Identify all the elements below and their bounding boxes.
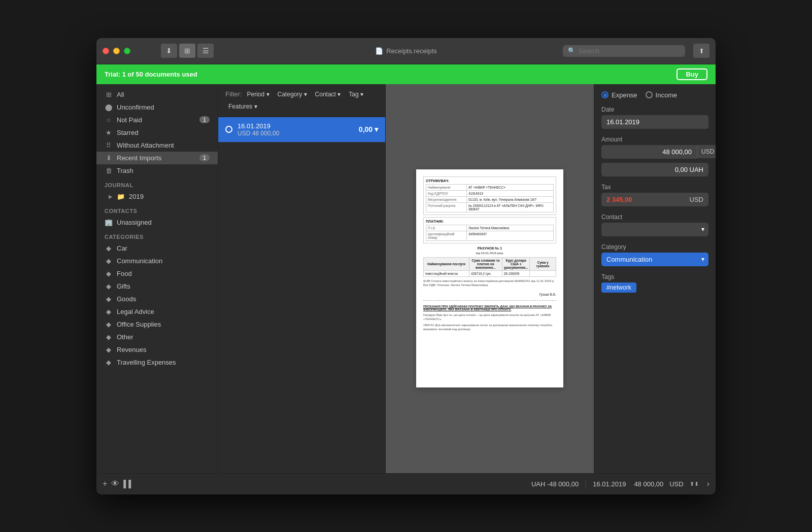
- tag-network[interactable]: #network: [601, 282, 636, 293]
- sidebar-item-recent-imports[interactable]: ⬇ Recent Imports 1: [96, 152, 218, 164]
- chart-icon[interactable]: ▌▌: [123, 480, 133, 488]
- receipt-amount-right: 0,00 ▾: [359, 125, 378, 133]
- sidebar-item-all[interactable]: ⊞ All: [96, 88, 218, 101]
- table-cell: Інвестиційний внесок: [424, 271, 469, 277]
- sidebar-item-unassigned[interactable]: 🏢 Unassigned: [96, 216, 218, 229]
- sidebar-label-trash: Trash: [117, 167, 133, 174]
- doc-payer-header: ПЛАТНИК:: [426, 220, 554, 223]
- filter-category[interactable]: Category ▾: [275, 89, 310, 99]
- add-icon[interactable]: +: [103, 479, 107, 488]
- sidebar-item-legal-advice[interactable]: ◆ Legal Advice: [96, 305, 218, 318]
- trial-banner: Trial: 1 of 50 documents used Buy: [96, 64, 716, 84]
- income-radio-circle: [646, 91, 653, 98]
- filter-period[interactable]: Period ▾: [244, 89, 273, 99]
- receipt-main-amount: 0,00 ▾: [359, 125, 378, 133]
- sidebar-item-revenues[interactable]: ◆ Revenues: [96, 343, 218, 356]
- date-input[interactable]: [601, 115, 708, 129]
- sidebar-item-2019[interactable]: ▶ 📁 2019: [96, 190, 218, 203]
- filter-contact[interactable]: Contact ▾: [312, 89, 344, 99]
- sidebar-item-car[interactable]: ◆ Car: [96, 242, 218, 255]
- eye-icon[interactable]: 👁: [111, 479, 119, 488]
- col-header: Курс долара США з урахуванням...: [502, 258, 530, 271]
- doc-notice-2: Нагадую Вам про те, що дата оплати – це …: [423, 313, 556, 322]
- doc-label: Поточний рахунок: [426, 203, 467, 212]
- stepper-icon[interactable]: ⬆⬇: [690, 481, 699, 487]
- doc-label: Найменування: [426, 185, 467, 191]
- receipt-amount-usd: USD 48 000,00: [238, 130, 354, 137]
- doc-invoice-title: РАХУНОК № 1: [423, 246, 556, 250]
- table-cell: 428719,2 грн.: [469, 271, 502, 277]
- bottom-currency: USD: [669, 480, 683, 488]
- receipt-item[interactable]: 16.01.2019 USD 48 000,00 0,00 ▾: [218, 117, 385, 143]
- currency-selector[interactable]: USD ▾: [697, 145, 716, 158]
- sidebar-item-food[interactable]: ◆ Food: [96, 267, 218, 280]
- sidebar-label-unconfirmed: Unconfirmed: [117, 103, 154, 111]
- sidebar-item-office-supplies[interactable]: ◆ Office Supplies: [96, 318, 218, 331]
- buy-button[interactable]: Buy: [676, 68, 707, 80]
- star-icon: ★: [105, 129, 113, 136]
- building-icon: 🏢: [105, 219, 113, 226]
- split-view-button[interactable]: ⊞: [179, 44, 195, 58]
- contact-select[interactable]: [601, 223, 708, 236]
- grid-icon: ⠿: [105, 141, 113, 149]
- tax-field-group: Tax 2 345,00 USD: [601, 184, 708, 206]
- sidebar-label-travelling: Travelling Expenses: [117, 359, 176, 366]
- sidebar-item-trash[interactable]: 🗑 Trash: [96, 164, 218, 177]
- amount-input[interactable]: [601, 145, 697, 159]
- expense-radio[interactable]: Expense: [601, 91, 637, 99]
- journal-section-header: JOURNAL: [96, 177, 218, 190]
- sidebar-item-communication[interactable]: ◆ Communication: [96, 255, 218, 267]
- close-button[interactable]: [103, 48, 109, 54]
- categories-section-header: CATEGORIES: [96, 229, 218, 242]
- sidebar-label-all: All: [117, 91, 124, 98]
- sidebar-item-without-attachment[interactable]: ⠿ Without Attachment: [96, 139, 218, 152]
- signature-label: Гроши В.Б.: [539, 293, 556, 296]
- import-button[interactable]: ⬇: [161, 44, 177, 58]
- minimize-button[interactable]: [113, 48, 120, 54]
- sidebar-label-office-supplies: Office Supplies: [117, 321, 161, 328]
- separator: |: [585, 479, 587, 488]
- doc-recipient-header: ОТРИМУВАЧ:: [426, 179, 554, 183]
- uah-amount-input[interactable]: [601, 163, 708, 176]
- list-view-button[interactable]: ☰: [197, 44, 214, 58]
- maximize-button[interactable]: [124, 48, 130, 54]
- sidebar-label-other: Other: [117, 333, 133, 341]
- table-row: Поточний рахунок № 26300113124 в АТ «АЛЬ…: [426, 203, 554, 212]
- next-icon[interactable]: ›: [707, 479, 709, 488]
- table-row: Місцезнаходження 01133, м. Київ, вул. Ге…: [426, 197, 554, 203]
- doc-notice-3: УВАГА!! Для автоматичної зарахування опл…: [423, 323, 556, 332]
- table-row: Ідентифікаційний номер 3456400497: [426, 231, 554, 241]
- income-radio[interactable]: Income: [646, 91, 678, 99]
- sidebar-item-not-paid[interactable]: ○ Not Paid 1: [96, 114, 218, 126]
- sidebar-item-gifts[interactable]: ◆ Gifts: [96, 280, 218, 293]
- table-row: Найменування послуги Сума словами та пла…: [424, 258, 556, 271]
- expense-income-radio-group: Expense Income: [601, 91, 708, 99]
- sidebar-item-unconfirmed[interactable]: ⬤ Unconfirmed: [96, 101, 218, 114]
- sidebar-item-starred[interactable]: ★ Starred: [96, 126, 218, 139]
- filter-tag[interactable]: Tag ▾: [346, 89, 366, 99]
- share-button[interactable]: ⬆: [693, 44, 709, 58]
- download-icon: ⬇: [105, 154, 113, 162]
- doc-payer-section: ПЛАТНИК: П.І.Б. Лисяга Тетяна Миколаївна…: [423, 217, 556, 243]
- filter-features[interactable]: Features ▾: [225, 101, 260, 112]
- col-header: Сума у гривнях: [530, 258, 556, 271]
- layers-icon: ⊞: [105, 91, 113, 98]
- date-label: Date: [601, 106, 708, 113]
- table-row: Найменування АТ «ІНВКФ «ТЕННЕСС»: [426, 185, 554, 191]
- document-paper: ОТРИМУВАЧ: Найменування АТ «ІНВКФ «ТЕННЕ…: [416, 169, 563, 387]
- doc-invoice-date: від 16.01.2019 року: [423, 252, 556, 255]
- search-input[interactable]: [579, 47, 680, 55]
- category-select[interactable]: Communication Car Food: [601, 253, 708, 266]
- doc-invoice-table: Найменування послуги Сума словами та пла…: [423, 257, 556, 277]
- sidebar-label-food: Food: [117, 270, 132, 277]
- sidebar-item-other[interactable]: ◆ Other: [96, 331, 218, 343]
- tax-row: 2 345,00 USD: [601, 193, 708, 206]
- search-wrapper[interactable]: 🔍: [563, 45, 685, 57]
- sidebar-label-communication: Communication: [117, 257, 162, 265]
- traffic-lights: [103, 48, 130, 54]
- sidebar-label-starred: Starred: [117, 129, 139, 136]
- sidebar-item-travelling[interactable]: ◆ Travelling Expenses: [96, 356, 218, 369]
- sidebar-item-goods[interactable]: ◆ Goods: [96, 293, 218, 305]
- sidebar-label-legal-advice: Legal Advice: [117, 308, 154, 315]
- contact-label: Contact: [601, 214, 708, 221]
